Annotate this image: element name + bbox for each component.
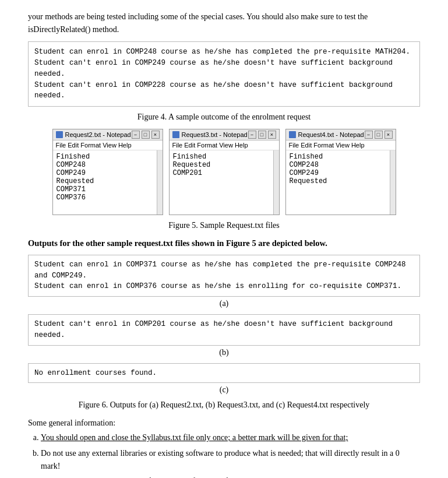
minimize-btn-3[interactable]: −: [365, 131, 373, 139]
notepad-body-3: Finished COMP248 COMP249 Requested: [286, 150, 396, 215]
notepad-line: Requested: [57, 177, 159, 185]
notepad-menu-2: File Edit Format View Help: [170, 140, 279, 150]
output-a-line1: Student can enrol in COMP371 course as h…: [34, 259, 414, 282]
notepad-line: COMP376: [57, 194, 159, 202]
notepad-titlebar-3: Request4.txt - Notepad − □ ×: [286, 129, 396, 140]
general-info-item-a-text: You should open and close the Syllabus.t…: [41, 433, 348, 442]
notepad-scrollbar-1[interactable]: [157, 150, 163, 215]
notepad-line: Requested: [173, 161, 276, 169]
notepad-line: COMP248: [290, 161, 392, 169]
output-box-a: Student can enrol in COMP371 course as h…: [28, 255, 420, 297]
mono-line-3: Student can't enrol in COMP228 course as…: [34, 80, 414, 102]
notepad-line: COMP249: [57, 169, 159, 177]
output-box-b: Student can't enrol in COMP201 course as…: [28, 314, 420, 346]
maximize-btn-3[interactable]: □: [375, 131, 383, 139]
notepad-title-2: Request3.txt - Notepad: [182, 131, 248, 138]
general-info-heading: Some general information:: [28, 417, 420, 429]
notepad-titlebar-1: Request2.txt - Notepad − □ ×: [53, 129, 163, 140]
label-a: (a): [28, 299, 420, 308]
notepad-icon-3: [289, 131, 296, 138]
notepad-window-1: Request2.txt - Notepad − □ × File Edit F…: [52, 129, 163, 215]
monospace-output-1: Student can enrol in COMP248 course as h…: [28, 41, 420, 107]
close-btn-1[interactable]: ×: [151, 131, 160, 139]
notepad-scrollbar-3[interactable]: [390, 150, 396, 215]
close-btn-2[interactable]: ×: [268, 131, 276, 139]
notepad-line: COMP201: [173, 169, 276, 177]
notepad-line: COMP248: [57, 161, 159, 169]
general-info-item-b-text: Do not use any external libraries or exi…: [41, 449, 400, 470]
notepad-window-2: Request3.txt - Notepad − □ × File Edit F…: [169, 129, 280, 215]
mono-line-2: Student can't enrol in COMP249 course as…: [34, 58, 414, 80]
notepad-body-2: Finished Requested COMP201: [170, 150, 279, 215]
output-box-c: No enrollment courses found.: [28, 363, 420, 384]
intro-paragraph: your methods are being tested including …: [28, 10, 420, 36]
maximize-btn-2[interactable]: □: [258, 131, 266, 139]
notepad-line: COMP249: [290, 169, 392, 177]
notepad-titlebar-2: Request3.txt - Notepad − □ ×: [170, 129, 279, 140]
figure4-caption: Figure 4. A sample outcome of the enrolm…: [28, 113, 420, 122]
notepad-icon-2: [172, 131, 179, 138]
outputs-heading: Outputs for the other sample request.txt…: [28, 237, 420, 250]
output-c: No enrollment courses found.: [34, 368, 414, 379]
maximize-btn-1[interactable]: □: [142, 131, 150, 139]
general-info-item-a: You should open and close the Syllabus.t…: [41, 431, 420, 444]
notepad-line: Finished: [173, 153, 276, 161]
close-btn-3[interactable]: ×: [384, 131, 393, 139]
figure6-caption: Figure 6. Outputs for (a) Request2.txt, …: [28, 400, 420, 410]
notepad-icon-1: [56, 131, 63, 138]
notepad-window-3: Request4.txt - Notepad − □ × File Edit F…: [285, 129, 396, 215]
general-info-list: You should open and close the Syllabus.t…: [41, 431, 420, 478]
label-b: (b): [28, 348, 420, 357]
notepad-body-1: Finished COMP248 COMP249 Requested COMP3…: [53, 150, 163, 215]
general-info-section: Some general information: You should ope…: [28, 417, 420, 478]
output-a-line2: Student can enrol in COMP376 course as h…: [34, 281, 414, 292]
notepad-line: Requested: [290, 177, 392, 185]
notepad-title-3: Request4.txt - Notepad: [298, 131, 364, 138]
notepad-line: Finished: [290, 153, 392, 161]
notepad-line: Finished: [57, 153, 159, 161]
notepad-group: Request2.txt - Notepad − □ × File Edit F…: [28, 129, 420, 215]
general-info-item-c: Again, your program must work for any in…: [41, 475, 420, 478]
notepad-menu-1: File Edit Format View Help: [53, 140, 163, 150]
notepad-scrollbar-2[interactable]: [273, 150, 279, 215]
figure5-caption: Figure 5. Sample Request.txt files: [28, 221, 420, 230]
label-c: (c): [28, 385, 420, 395]
mono-line-1: Student can enrol in COMP248 course as h…: [34, 47, 414, 58]
minimize-btn-1[interactable]: −: [132, 131, 140, 139]
notepad-menu-3: File Edit Format View Help: [286, 140, 396, 150]
notepad-line: COMP371: [57, 185, 159, 194]
notepad-title-1: Request2.txt - Notepad: [65, 131, 131, 138]
general-info-item-b: Do not use any external libraries or exi…: [41, 447, 420, 472]
output-b: Student can't enrol in COMP201 course as…: [34, 319, 414, 341]
minimize-btn-2[interactable]: −: [248, 131, 256, 139]
